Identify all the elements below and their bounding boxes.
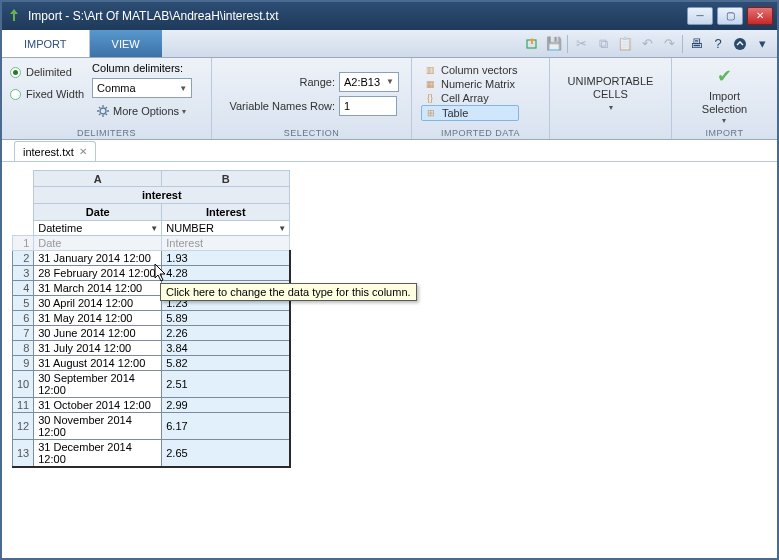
cell-interest[interactable]: 2.99 xyxy=(162,398,290,413)
column-delimiters-label: Column delimiters: xyxy=(92,62,192,74)
row-header[interactable]: 5 xyxy=(13,296,34,311)
dropdown-icon[interactable]: ▾ xyxy=(753,35,771,53)
table-row[interactable]: 631 May 2014 12:005.89 xyxy=(13,311,290,326)
type-selector-interest[interactable]: NUMBER▼ xyxy=(162,221,290,236)
row-header[interactable]: 13 xyxy=(13,440,34,468)
quick-access-toolbar: 💾 ✂ ⧉ 📋 ↶ ↷ 🖶 ? ▾ xyxy=(523,30,777,57)
row-header[interactable]: 4 xyxy=(13,281,34,296)
cell-interest[interactable]: 2.26 xyxy=(162,326,290,341)
chevron-down-icon: ▼ xyxy=(150,224,158,233)
cell-date[interactable]: 30 June 2014 12:00 xyxy=(34,326,162,341)
col-header-B[interactable]: B xyxy=(162,171,290,187)
cut-icon[interactable]: ✂ xyxy=(572,35,590,53)
cell-interest[interactable]: 3.84 xyxy=(162,341,290,356)
output-type-list[interactable]: ▥Column vectors ▦Numeric Matrix {}Cell A… xyxy=(416,62,524,125)
minimize-ribbon-icon[interactable] xyxy=(731,35,749,53)
cell-interest[interactable]: 4.28 xyxy=(162,266,290,281)
group-label-delimiters: DELIMITERS xyxy=(2,128,211,138)
table-row[interactable]: 328 February 2014 12:004.28 xyxy=(13,266,290,281)
cell-interest[interactable]: 6.17 xyxy=(162,413,290,440)
row-header[interactable]: 9 xyxy=(13,356,34,371)
row-header[interactable]: 10 xyxy=(13,371,34,398)
type-selector-date[interactable]: Datetime▼ xyxy=(34,221,162,236)
cell-date[interactable]: 31 March 2014 12:00 xyxy=(34,281,162,296)
table-row[interactable]: 1230 November 2014 12:006.17 xyxy=(13,413,290,440)
row-header[interactable]: 3 xyxy=(13,266,34,281)
type-cell-array[interactable]: {}Cell Array xyxy=(421,91,519,105)
row-header[interactable]: 12 xyxy=(13,413,34,440)
table-row[interactable]: 231 January 2014 12:001.93 xyxy=(13,251,290,266)
radio-fixed-width[interactable]: Fixed Width xyxy=(10,88,84,100)
close-button[interactable]: ✕ xyxy=(747,7,773,25)
data-sheet[interactable]: A B interest Date Interest Datetime▼ NUM… xyxy=(2,162,777,558)
var-header-interest[interactable]: Interest xyxy=(162,204,290,221)
table-row[interactable]: 730 June 2014 12:002.26 xyxy=(13,326,290,341)
table-row[interactable]: 931 August 2014 12:005.82 xyxy=(13,356,290,371)
cell-date[interactable]: 31 July 2014 12:00 xyxy=(34,341,162,356)
window-title: Import - S:\Art Of MATLAB\AndreaH\intere… xyxy=(28,9,683,23)
table-row[interactable]: 831 July 2014 12:003.84 xyxy=(13,341,290,356)
help-icon[interactable]: ? xyxy=(709,35,727,53)
import-selection-button[interactable]: ✔ Import Selection ▾ xyxy=(694,62,755,127)
close-tab-icon[interactable]: ✕ xyxy=(79,146,87,157)
cell-interest[interactable]: 1.93 xyxy=(162,251,290,266)
cell-interest[interactable]: 2.51 xyxy=(162,371,290,398)
table-name-cell[interactable]: interest xyxy=(34,187,290,204)
row-header[interactable]: 11 xyxy=(13,398,34,413)
type-table[interactable]: ⊞Table xyxy=(421,105,519,121)
minimize-button[interactable]: ─ xyxy=(687,7,713,25)
column-vectors-icon: ▥ xyxy=(423,64,437,76)
var-header-date[interactable]: Date xyxy=(34,204,162,221)
svg-point-1 xyxy=(734,38,746,50)
copy-icon[interactable]: ⧉ xyxy=(594,35,612,53)
row-header[interactable]: 8 xyxy=(13,341,34,356)
chevron-down-icon: ▼ xyxy=(278,224,286,233)
chevron-down-icon: ▼ xyxy=(179,84,187,93)
cell-date[interactable]: 28 February 2014 12:00 xyxy=(34,266,162,281)
check-icon: ✔ xyxy=(712,64,736,88)
radio-delimited[interactable]: Delimited xyxy=(10,66,84,78)
maximize-button[interactable]: ▢ xyxy=(717,7,743,25)
cell-date[interactable]: 30 April 2014 12:00 xyxy=(34,296,162,311)
cell-date[interactable]: 30 November 2014 12:00 xyxy=(34,413,162,440)
chevron-down-icon: ▼ xyxy=(386,77,394,86)
undo-icon[interactable]: ↶ xyxy=(638,35,656,53)
table-row[interactable]: 1131 October 2014 12:002.99 xyxy=(13,398,290,413)
cell-date[interactable]: 31 May 2014 12:00 xyxy=(34,311,162,326)
save-icon[interactable]: 💾 xyxy=(545,35,563,53)
table-row[interactable]: 1331 December 2014 12:002.65 xyxy=(13,440,290,468)
varnames-row-input[interactable] xyxy=(339,96,397,116)
more-options-button[interactable]: More Options▾ xyxy=(92,102,192,120)
cell-interest[interactable]: 2.65 xyxy=(162,440,290,468)
type-column-vectors[interactable]: ▥Column vectors xyxy=(421,63,519,77)
row-header[interactable]: 7 xyxy=(13,326,34,341)
cell-date[interactable]: 30 September 2014 12:00 xyxy=(34,371,162,398)
popout-icon[interactable] xyxy=(523,35,541,53)
table-row[interactable]: 1030 September 2014 12:002.51 xyxy=(13,371,290,398)
col-header-A[interactable]: A xyxy=(34,171,162,187)
cell-date[interactable]: 31 August 2014 12:00 xyxy=(34,356,162,371)
unimportable-cells-button[interactable]: UNIMPORTABLE CELLS ▾ xyxy=(558,62,663,125)
radio-off-icon xyxy=(10,89,21,100)
print-icon[interactable]: 🖶 xyxy=(687,35,705,53)
row-header[interactable]: 6 xyxy=(13,311,34,326)
cell-interest[interactable]: 5.82 xyxy=(162,356,290,371)
type-numeric-matrix[interactable]: ▦Numeric Matrix xyxy=(421,77,519,91)
row-header[interactable]: 2 xyxy=(13,251,34,266)
cursor-icon xyxy=(154,263,170,283)
cell-date[interactable]: 31 January 2014 12:00 xyxy=(34,251,162,266)
app-icon xyxy=(6,8,22,24)
gear-icon xyxy=(96,104,110,118)
row-header[interactable]: 1 xyxy=(13,236,34,251)
cell-interest[interactable]: 5.89 xyxy=(162,311,290,326)
column-delimiters-select[interactable]: Comma▼ xyxy=(92,78,192,98)
range-select[interactable]: A2:B13▼ xyxy=(339,72,399,92)
tab-import[interactable]: IMPORT xyxy=(2,30,90,57)
cell-date[interactable]: 31 October 2014 12:00 xyxy=(34,398,162,413)
titlebar: Import - S:\Art Of MATLAB\AndreaH\intere… xyxy=(2,2,777,30)
paste-icon[interactable]: 📋 xyxy=(616,35,634,53)
cell-date[interactable]: 31 December 2014 12:00 xyxy=(34,440,162,468)
tab-view[interactable]: VIEW xyxy=(90,30,162,57)
doc-tab-interest[interactable]: interest.txt ✕ xyxy=(14,141,96,161)
redo-icon[interactable]: ↷ xyxy=(660,35,678,53)
